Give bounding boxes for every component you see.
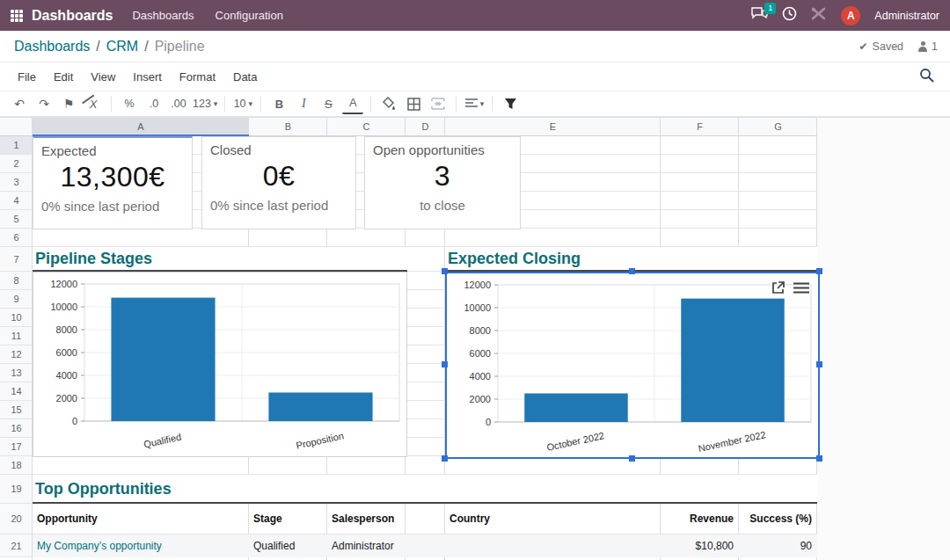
row-header-16[interactable]: 16 xyxy=(0,419,33,438)
table-header-country: Country xyxy=(449,504,655,535)
chart-menu-icon[interactable] xyxy=(793,282,809,294)
row-header-8[interactable]: 8 xyxy=(0,272,33,290)
column-header-G[interactable]: G xyxy=(739,117,817,136)
row-header-19[interactable]: 19 xyxy=(0,475,33,504)
y-tick-label: 12000 xyxy=(464,280,491,290)
y-tick-label: 4000 xyxy=(470,371,491,382)
column-header-D[interactable]: D xyxy=(406,117,445,136)
spreadsheet-grid: ABCDEFG123456789101112131415161718192021… xyxy=(0,0,950,560)
kpi-label: Open opportunities xyxy=(373,142,520,157)
selection-handle[interactable] xyxy=(442,361,448,367)
row-header-2[interactable]: 2 xyxy=(0,155,33,173)
kpi-value: 13,300€ xyxy=(33,161,192,193)
bar-chart: 020004000600080001000012000October 2022N… xyxy=(447,273,818,457)
row-header-13[interactable]: 13 xyxy=(0,364,33,382)
selection-handle[interactable] xyxy=(629,455,635,462)
selection-handle[interactable] xyxy=(816,455,822,462)
row-header-3[interactable]: 3 xyxy=(0,173,33,192)
y-tick-label: 10000 xyxy=(464,302,491,313)
row-header-18[interactable]: 18 xyxy=(0,456,33,475)
kpi-card-open-opportunities[interactable]: Open opportunities 3 to close xyxy=(364,136,521,229)
section-title-top-opportunities: Top Opportunities xyxy=(33,475,817,504)
selection-handle[interactable] xyxy=(816,361,822,367)
y-tick-label: 4000 xyxy=(56,370,77,381)
kpi-card-closed[interactable]: Closed 0€ 0% since last period xyxy=(201,136,356,229)
row-header-5[interactable]: 5 xyxy=(0,210,33,229)
kpi-label: Expected xyxy=(41,143,192,158)
bar xyxy=(268,393,372,422)
kpi-subtitle: 0% since last period xyxy=(210,198,355,213)
chart-pipeline-stages[interactable]: 020004000600080001000012000QualifiedProp… xyxy=(33,272,407,457)
kpi-subtitle: to close xyxy=(365,198,520,213)
y-tick-label: 12000 xyxy=(50,279,77,289)
row-header-17[interactable]: 17 xyxy=(0,438,33,456)
row-header-6[interactable]: 6 xyxy=(0,229,33,247)
table-cell: Qualified xyxy=(253,535,322,557)
column-header-F[interactable]: F xyxy=(661,117,739,136)
gridline xyxy=(0,117,950,118)
y-tick-label: 8000 xyxy=(56,324,77,335)
y-tick-label: 2000 xyxy=(56,393,77,404)
sheet-corner-cell[interactable] xyxy=(0,117,33,136)
sheet-outside-area xyxy=(817,117,950,560)
selection-handle[interactable] xyxy=(816,268,822,274)
bar xyxy=(681,299,784,422)
chart-expected-closing[interactable]: 020004000600080001000012000October 2022N… xyxy=(445,272,820,459)
row-header-15[interactable]: 15 xyxy=(0,401,33,419)
row-header-20[interactable]: 20 xyxy=(0,504,33,535)
x-category-label: November 2022 xyxy=(698,429,767,454)
y-tick-label: 10000 xyxy=(50,302,77,312)
column-header-A[interactable]: A xyxy=(33,117,249,136)
row-header-12[interactable]: 12 xyxy=(0,345,33,364)
section-title-pipeline-stages: Pipeline Stages xyxy=(33,247,407,272)
y-tick-label: 6000 xyxy=(470,348,491,359)
table-cell: 90 xyxy=(743,535,812,557)
selection-handle[interactable] xyxy=(442,268,448,274)
selection-handle[interactable] xyxy=(442,455,448,462)
x-category-label: Qualified xyxy=(142,432,182,450)
row-header-11[interactable]: 11 xyxy=(0,327,33,345)
bar-chart: 020004000600080001000012000QualifiedProp… xyxy=(33,273,406,456)
row-header-10[interactable]: 10 xyxy=(0,309,33,327)
table-cell: $10,800 xyxy=(665,535,734,557)
column-header-B[interactable]: B xyxy=(249,117,327,136)
kpi-label: Closed xyxy=(210,142,355,157)
selection-handle[interactable] xyxy=(629,268,635,274)
row-header-21[interactable]: 21 xyxy=(0,535,33,557)
table-header-salesperson: Salesperson xyxy=(332,504,400,535)
open-external-icon[interactable] xyxy=(771,281,785,295)
y-tick-label: 8000 xyxy=(470,325,491,336)
y-tick-label: 0 xyxy=(72,416,77,426)
y-tick-label: 0 xyxy=(486,417,491,427)
column-header-E[interactable]: E xyxy=(445,117,661,136)
x-category-label: Proposition xyxy=(295,430,344,450)
x-category-label: October 2022 xyxy=(545,430,605,453)
table-cell: Administrator xyxy=(332,535,400,557)
row-header-9[interactable]: 9 xyxy=(0,290,33,309)
row-header-4[interactable]: 4 xyxy=(0,192,33,210)
y-tick-label: 2000 xyxy=(470,394,491,404)
opportunity-link[interactable]: My Company’s opportunity xyxy=(37,535,244,557)
table-header-stage: Stage xyxy=(253,504,322,535)
spreadsheet-app: Dashboards Dashboards Configuration 1 A … xyxy=(0,0,950,560)
bar xyxy=(524,394,627,423)
row-header-7[interactable]: 7 xyxy=(0,247,33,272)
bar xyxy=(111,298,215,421)
kpi-value: 0€ xyxy=(202,160,355,193)
table-header-revenue: Revenue xyxy=(665,504,734,535)
table-header-success: Success (%) xyxy=(743,504,812,535)
row-header-14[interactable]: 14 xyxy=(0,382,33,401)
kpi-card-expected[interactable]: Expected 13,300€ 0% since last period xyxy=(33,136,193,229)
table-header-opportunity: Opportunity xyxy=(37,504,244,535)
column-header-C[interactable]: C xyxy=(327,117,406,136)
kpi-value: 3 xyxy=(365,160,520,193)
row-header-1[interactable]: 1 xyxy=(0,136,33,155)
y-tick-label: 6000 xyxy=(56,347,77,358)
kpi-subtitle: 0% since last period xyxy=(41,199,192,214)
